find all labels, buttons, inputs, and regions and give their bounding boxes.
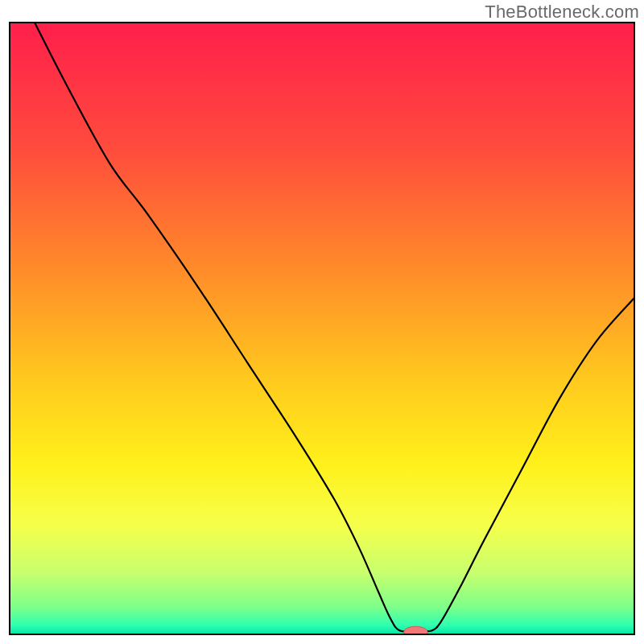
chart-stage: TheBottleneck.com [0, 0, 644, 644]
minimum-marker [404, 626, 427, 638]
gradient-background [10, 23, 634, 634]
plot-area [10, 23, 634, 638]
watermark-text: TheBottleneck.com [485, 2, 639, 23]
chart-svg [0, 0, 644, 644]
